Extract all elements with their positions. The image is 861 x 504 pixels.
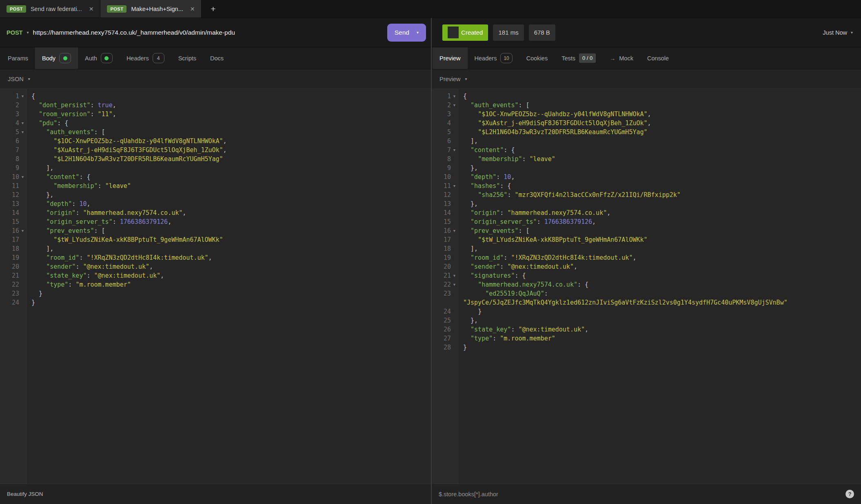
code-line: 10 "depth": 10,	[432, 172, 861, 181]
fold-arrow-icon[interactable]: ▼	[19, 119, 26, 128]
panel-tab-label: Cookies	[526, 55, 548, 62]
line-gutter: 2▼	[432, 101, 458, 110]
fold-arrow-icon[interactable]: ▼	[451, 271, 458, 280]
line-gutter: 20	[0, 262, 26, 271]
line-number: 20	[0, 262, 19, 271]
code-line: 15 "origin_server_ts": 1766386379126,	[0, 217, 431, 226]
panel-tab-docs[interactable]: Docs	[203, 47, 231, 69]
fold-arrow-icon[interactable]: ▼	[451, 101, 458, 110]
code-line-text: "type": "m.room.member"	[26, 280, 431, 289]
code-line-text: "$1OC-XnwPEOZ5bz--qUahdbz-y04lfWdV8gNTLN…	[26, 137, 431, 146]
code-line-text: "origin": "hammerhead.nexy7574.co.uk",	[26, 208, 431, 217]
fold-arrow-icon[interactable]: ▼	[451, 92, 458, 101]
line-gutter: 17	[432, 235, 458, 244]
panel-tab-scripts[interactable]: Scripts	[171, 47, 203, 69]
request-body-editor[interactable]: 1▼{2 "dont_persist": true,3 "room_versio…	[0, 89, 431, 484]
code-line-text: },	[458, 199, 861, 208]
code-line: 21▼ "signatures": {	[432, 271, 861, 280]
close-tab-icon[interactable]: ✕	[89, 6, 94, 12]
url-input[interactable]: https://hammerhead.nexy7574.co.uk/_hamme…	[33, 29, 383, 36]
panel-tab-headers[interactable]: Headers10	[468, 47, 519, 69]
line-gutter: 27	[432, 334, 458, 343]
panel-tab-params[interactable]: Params	[1, 47, 35, 69]
help-icon[interactable]: ?	[845, 490, 854, 498]
body-type-select[interactable]: JSON ▾	[0, 69, 431, 89]
method-badge: POST	[107, 5, 126, 13]
code-line-text: "auth_events": [	[458, 101, 861, 110]
new-tab-button[interactable]: +	[202, 0, 224, 18]
request-tab[interactable]: POSTMake+Hash+Sign...✕	[100, 0, 202, 18]
send-options-caret-icon[interactable]: ▾	[417, 30, 419, 35]
code-line-text: "origin_server_ts": 1766386379126,	[26, 217, 431, 226]
method-label[interactable]: POST	[7, 29, 22, 36]
code-line: 27 "type": "m.room.member"	[432, 334, 861, 343]
line-gutter: 5	[432, 128, 458, 137]
code-line-text: }	[26, 289, 431, 298]
fold-spacer	[451, 172, 458, 181]
code-line: 26 "state_key": "@nex:timedout.uk",	[432, 325, 861, 334]
line-number: 28	[432, 343, 451, 352]
panel-tab-auth[interactable]: Auth	[78, 47, 120, 69]
code-line: 3 "$1OC-XnwPEOZ5bz--qUahdbz-y04lfWdV8gNT…	[432, 110, 861, 119]
panel-tab-mock[interactable]: →Mock	[603, 47, 640, 69]
request-tab[interactable]: POSTSend raw federati...✕	[0, 0, 100, 18]
fold-arrow-icon[interactable]: ▼	[451, 146, 458, 155]
code-line: 4▼ "pdu": {	[0, 119, 431, 128]
code-line: 5▼ "auth_events": [	[0, 128, 431, 137]
code-line-text: "ed25519:QqJAuQ": "JspyCe/5JqZEJfc3MqTkQ…	[458, 289, 861, 307]
close-tab-icon[interactable]: ✕	[190, 6, 195, 12]
code-line-text: }	[458, 343, 861, 352]
fold-arrow-icon[interactable]: ▼	[19, 128, 26, 137]
code-line: 12 "sha256": "mzr3QXFQfi4n2l3acCCx0nFfzZ…	[432, 190, 861, 199]
fold-arrow-icon[interactable]: ▼	[451, 226, 458, 235]
response-preview-editor[interactable]: 1▼{2▼ "auth_events": [3 "$1OC-XnwPEOZ5bz…	[432, 89, 861, 484]
code-line-text: }	[458, 307, 861, 316]
code-line: 11 "membership": "leave"	[0, 181, 431, 190]
code-line-text: },	[458, 316, 861, 325]
panel-tab-cookies[interactable]: Cookies	[519, 47, 555, 69]
response-filter-input[interactable]	[439, 491, 841, 497]
fold-arrow-icon[interactable]: ▼	[451, 181, 458, 190]
panel-tab-label: Auth	[85, 55, 97, 62]
fold-spacer	[19, 298, 26, 307]
panel-tab-label: Scripts	[178, 55, 196, 62]
panel-tab-tests[interactable]: Tests0 / 0	[555, 47, 603, 69]
fold-arrow-icon[interactable]: ▼	[19, 172, 26, 181]
line-gutter: 12	[0, 190, 26, 199]
response-history-dropdown[interactable]: Just Now ▾	[823, 29, 853, 36]
panel-tab-body[interactable]: Body	[35, 47, 78, 69]
code-line-text: ],	[458, 137, 861, 146]
response-meta-bar: 201 Created 181 ms 678 B Just Now ▾	[432, 18, 861, 47]
fold-arrow-icon[interactable]: ▼	[19, 226, 26, 235]
fold-arrow-icon[interactable]: ▼	[451, 280, 458, 289]
line-number: 11	[0, 181, 19, 190]
code-line-text: "prev_events": [	[458, 226, 861, 235]
send-button[interactable]: Send ▾	[387, 24, 426, 42]
fold-spacer	[19, 101, 26, 110]
code-line-text: "sha256": "mzr3QXFQfi4n2l3acCCx0nFfzZ/x2…	[458, 190, 861, 199]
code-line: 2▼ "auth_events": [	[432, 101, 861, 110]
fold-spacer	[451, 199, 458, 208]
code-line-text: "state_key": "@nex:timedout.uk",	[26, 271, 431, 280]
fold-spacer	[19, 137, 26, 146]
code-line: 3 "room_version": "11",	[0, 110, 431, 119]
plus-icon: +	[211, 4, 215, 14]
line-gutter: 20	[432, 262, 458, 271]
code-line: 18 ],	[0, 244, 431, 253]
method-dropdown-caret-icon[interactable]: ▾	[27, 30, 29, 35]
fold-arrow-icon[interactable]: ▼	[19, 92, 26, 101]
line-number: 5	[0, 128, 19, 137]
line-gutter: 9	[432, 164, 458, 172]
preview-mode-select[interactable]: Preview ▾	[432, 69, 861, 89]
history-caret-icon: ▾	[851, 30, 853, 35]
line-number: 4	[0, 119, 19, 128]
line-number: 10	[0, 172, 19, 181]
code-line-text: "type": "m.room.member"	[458, 334, 861, 343]
panel-tab-headers[interactable]: Headers4	[120, 47, 171, 69]
request-tab-title: Make+Hash+Sign...	[131, 6, 183, 12]
beautify-json-button[interactable]: Beautify JSON	[7, 491, 43, 497]
panel-tab-preview[interactable]: Preview	[433, 47, 468, 69]
panel-tab-console[interactable]: Console	[640, 47, 676, 69]
code-line: 8 "membership": "leave"	[432, 155, 861, 164]
line-number: 7	[432, 146, 451, 155]
